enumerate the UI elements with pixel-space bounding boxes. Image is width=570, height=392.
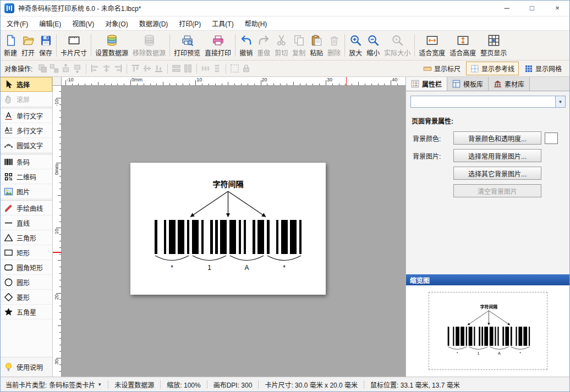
tab-properties[interactable]: 属性栏 [406, 77, 447, 91]
menu-item-4[interactable]: 对象(O) [100, 16, 133, 30]
fit-width-button[interactable]: 适合宽度 [416, 32, 447, 59]
background-color-swatch[interactable] [545, 132, 558, 144]
help-button[interactable]: 使用说明 [0, 357, 52, 377]
open-file-button[interactable]: 打开 [19, 32, 37, 59]
tool-circle[interactable]: 圆形 [0, 275, 52, 290]
tool-triangle[interactable]: 三角形 [0, 230, 52, 245]
print-preview-button[interactable]: 打印预览 [172, 32, 202, 59]
ruler-tick [59, 124, 62, 124]
ruler-tick [59, 222, 62, 222]
tool-star[interactable]: 五角星 [0, 305, 52, 319]
tool-arc-text[interactable]: 圆弧文字 [0, 138, 52, 153]
menu-item-6[interactable]: 打印(P) [173, 16, 206, 30]
redo-label: 重做 [257, 48, 270, 57]
barcode-bar [497, 327, 499, 346]
menu-item-3[interactable]: 视图(V) [67, 16, 100, 30]
group-brace [490, 346, 509, 351]
select-common-background-button[interactable]: 选择常用背景图片... [453, 149, 541, 162]
show-grid-label: 显示网格 [535, 64, 562, 73]
tool-straight-line[interactable]: 直线 [0, 216, 52, 230]
thumbnail-title: 缩览图 [410, 275, 430, 285]
help-label: 使用说明 [17, 362, 43, 372]
new-file-button[interactable]: 新建 [2, 32, 19, 59]
ruler-tick [105, 84, 105, 86]
save-button[interactable]: 保存 [37, 32, 54, 59]
tool-rounded-rectangle[interactable]: 圆角矩形 [0, 260, 52, 275]
show-guides-button[interactable]: 显示参考线 [466, 62, 519, 75]
tab-material[interactable]: 素材库 [489, 77, 530, 91]
set-datasource-button[interactable]: 设置数据源 [93, 32, 130, 59]
ruler-tick [300, 84, 300, 86]
ruler-tick [326, 80, 326, 85]
tool-label: 多行文字 [17, 126, 43, 135]
background-color-button[interactable]: 背景颜色和透明度... [453, 131, 541, 145]
straight-line-icon [4, 218, 13, 228]
image-icon [4, 187, 13, 196]
thumbnail-area: 字符间隔*1A* [406, 285, 570, 377]
open-file-label: 打开 [21, 48, 35, 57]
show-grid-button[interactable]: 显示网格 [520, 62, 566, 75]
print-preview-label: 打印预览 [174, 48, 200, 57]
multi-line-text-icon [4, 126, 13, 135]
menu-item-7[interactable]: 工具(T) [206, 16, 239, 30]
page-template-dropdown[interactable]: ▼ [410, 96, 566, 108]
maximize-button[interactable]: □ [519, 0, 545, 16]
tool-single-line-text[interactable]: 单行文字 [0, 108, 52, 123]
design-label[interactable]: 字符间隔*1A* [130, 163, 326, 295]
barcode-bar [276, 220, 279, 254]
zoom-out-button[interactable]: 缩小 [364, 32, 382, 59]
cut-label: 剪切 [275, 48, 288, 57]
paste-button[interactable]: 粘贴 [308, 32, 325, 59]
group-brace [229, 255, 264, 264]
chevron-down-icon[interactable]: ▼ [555, 96, 565, 107]
app-icon [4, 3, 14, 13]
delete-label: 删除 [327, 48, 341, 57]
full-page-button[interactable]: 整页显示 [478, 32, 509, 59]
ruler-tick [56, 293, 61, 294]
combine-button [37, 63, 48, 74]
zoom-status: 缩放: 100% [167, 380, 200, 389]
ruler-label: -10 [54, 99, 59, 106]
ruler-tick [56, 358, 61, 358]
tool-image[interactable]: 图片 [0, 184, 52, 199]
tool-label: 圆弧文字 [17, 141, 43, 150]
barcode-bar [461, 327, 464, 346]
select-other-background-button[interactable]: 选择其它背景图片... [453, 167, 541, 180]
minimize-button[interactable]: ─ [494, 0, 519, 16]
canvas-area[interactable]: -100mm10203040 -100mm102030 字符间隔*1A* [53, 77, 405, 377]
tool-multi-line-text[interactable]: 多行文字 [0, 123, 52, 138]
barcode-bar [481, 327, 483, 346]
tool-barcode[interactable]: 条码 [0, 154, 52, 169]
menu-item-2[interactable]: 编辑(E) [34, 16, 67, 30]
card-type-dropdown[interactable]: 条码标签类卡片 ▼ [49, 380, 102, 389]
ruler-tick [234, 84, 235, 86]
tool-freehand-curve[interactable]: 手绘曲线 [0, 201, 52, 216]
ruler-tick [280, 84, 281, 86]
ruler-tick [267, 84, 267, 86]
tool-diamond[interactable]: 菱形 [0, 290, 52, 305]
menu-item-1[interactable]: 文件(F) [1, 16, 34, 30]
zoom-in-label: 放大 [349, 48, 362, 57]
tool-qrcode[interactable]: 二维码 [0, 169, 52, 184]
tab-template[interactable]: 模板库 [447, 77, 489, 91]
tool-select-cursor[interactable]: 选择 [0, 77, 52, 92]
undo-button[interactable]: 撤销 [237, 32, 255, 59]
ruler-tick [202, 84, 202, 86]
direct-print-button[interactable]: 直接打印 [202, 32, 233, 59]
barcode-character: * [267, 264, 302, 272]
menu-item-8[interactable]: 帮助(H) [239, 16, 273, 30]
fit-width-icon [426, 34, 439, 47]
ruler-label: -10 [67, 77, 74, 82]
zoom-in-button[interactable]: 放大 [347, 32, 364, 59]
barcode-bar [281, 220, 288, 254]
fit-height-button[interactable]: 适合高度 [447, 32, 478, 59]
show-ruler-button[interactable]: 显示标尺 [419, 62, 464, 75]
barcode-icon [4, 157, 13, 167]
menu-item-5[interactable]: 数据源(D) [134, 16, 174, 30]
tool-rectangle[interactable]: 矩形 [0, 245, 52, 260]
toolbar-separator [196, 64, 197, 74]
close-button[interactable]: × [545, 0, 570, 16]
horizontal-ruler: -100mm10203040 [62, 77, 405, 86]
diamond-icon [4, 292, 13, 302]
card-size-button[interactable]: 卡片尺寸 [58, 32, 89, 59]
